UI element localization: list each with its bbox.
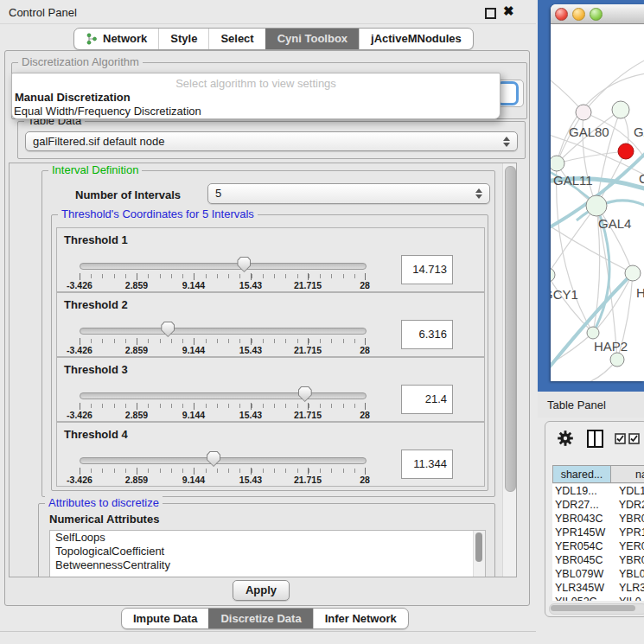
cell-name[interactable]: YDR2: [612, 498, 644, 512]
tab-select[interactable]: Select: [208, 29, 265, 49]
gear-icon[interactable]: [556, 429, 575, 448]
network-node-bottom[interactable]: [610, 353, 624, 367]
cell-name[interactable]: YLR3: [612, 581, 644, 595]
table-row[interactable]: YIL052CYIL0: [552, 595, 644, 601]
threshold-value-field[interactable]: 21.4: [401, 385, 453, 414]
cell-name[interactable]: YBR0: [612, 512, 644, 526]
slider-tick-label: 21.715: [294, 280, 322, 290]
slider-track[interactable]: [80, 392, 367, 399]
close-traffic-light-icon[interactable]: [555, 8, 568, 21]
table-row[interactable]: YBL079WYBL0: [552, 567, 644, 581]
table-panel-title: Table Panel: [547, 399, 606, 411]
cell-name[interactable]: YIL0: [612, 595, 641, 601]
table-row[interactable]: YER054CYER0: [552, 539, 644, 553]
cell-shared-name[interactable]: YPR145W: [552, 526, 612, 539]
cell-shared-name[interactable]: YBL079W: [552, 567, 612, 581]
attribute-item-topologicalcoefficient[interactable]: TopologicalCoefficient: [50, 545, 485, 558]
network-node-hap2[interactable]: [587, 327, 599, 339]
table-row[interactable]: YPR145WYPR1: [552, 526, 644, 539]
slider-tick-label: -3.426: [67, 410, 92, 420]
slider-minor-ticks: [80, 469, 366, 473]
tab-label: Style: [170, 29, 197, 49]
network-node-gal4[interactable]: [586, 195, 607, 216]
cell-shared-name[interactable]: YIL052C: [552, 595, 612, 601]
cell-shared-name[interactable]: YDR27...: [552, 498, 612, 512]
close-icon[interactable]: ✖: [503, 3, 514, 19]
cell-name[interactable]: YBL0: [612, 567, 644, 581]
table-data-combobox[interactable]: galFiltered.sif default node: [25, 131, 518, 151]
network-node-gcy1[interactable]: [551, 268, 555, 282]
slider-major-tick: [251, 403, 252, 410]
network-edge[interactable]: [551, 224, 633, 273]
network-view-window: GAL80GAGAL11CGAL4GCY1HHAP2: [551, 4, 644, 381]
tab-cyni-toolbox[interactable]: Cyni Toolbox: [265, 29, 359, 49]
column-header-shared-name[interactable]: shared...: [552, 465, 611, 483]
network-node-gal80-neighbor[interactable]: [576, 105, 591, 120]
dropdown-item-manual-discretization[interactable]: Manual Discretization: [12, 91, 500, 105]
slider-track[interactable]: [80, 457, 367, 464]
split-columns-icon[interactable]: [587, 430, 603, 448]
cell-name[interactable]: YER0: [612, 539, 644, 553]
float-window-icon[interactable]: [485, 8, 496, 19]
cell-name[interactable]: YPR1: [612, 526, 644, 539]
attribute-item-betweennesscentrality[interactable]: BetweennessCentrality: [50, 558, 485, 572]
dropdown-item-equal-width-frequency[interactable]: Equal Width/Frequency Discretization: [12, 105, 500, 118]
vertical-scrollbar-thumb[interactable]: [505, 166, 516, 492]
slider-thumb[interactable]: [207, 451, 220, 467]
tab-label: Cyni Toolbox: [277, 29, 348, 49]
tab-jactivemnodules[interactable]: jActiveMNodules: [359, 29, 473, 49]
network-node-top-right[interactable]: [612, 101, 629, 118]
tab-style[interactable]: Style: [158, 29, 208, 49]
slider-thumb[interactable]: [161, 322, 175, 337]
algorithm-dropdown-popup: Select algorithm to view settings Manual…: [11, 73, 501, 119]
apply-button[interactable]: Apply: [233, 580, 290, 601]
network-edge[interactable]: [557, 163, 593, 333]
tab-impute-data[interactable]: Impute Data: [122, 609, 208, 628]
minimize-traffic-light-icon[interactable]: [572, 8, 585, 21]
cell-name[interactable]: YDL1: [612, 484, 644, 498]
thresholds-group: Threshold's Coordinates for 5 Intervals …: [51, 214, 488, 491]
network-node-gal11[interactable]: [551, 156, 564, 171]
slider-minor-ticks: [80, 404, 366, 408]
cell-shared-name[interactable]: YBR043C: [552, 512, 612, 526]
tab-discretize-data[interactable]: Discretize Data: [208, 609, 312, 628]
tab-network[interactable]: Network: [74, 29, 158, 49]
cell-shared-name[interactable]: YLR345W: [552, 581, 612, 595]
tab-infer-network[interactable]: Infer Network: [313, 609, 408, 628]
attribute-item-selfloops[interactable]: SelfLoops: [50, 531, 485, 545]
attributes-scrollbar-thumb[interactable]: [475, 532, 482, 562]
horizontal-scrollbar-thumb[interactable]: [551, 605, 635, 611]
cell-shared-name[interactable]: YER054C: [552, 539, 612, 553]
table-row[interactable]: YBR045CYBR0: [552, 553, 644, 567]
cell-name[interactable]: YBR0: [612, 553, 644, 567]
threshold-value-field[interactable]: 11.344: [401, 450, 453, 479]
table-row[interactable]: YDL19...YDL1: [552, 484, 644, 498]
tab-label: Infer Network: [325, 609, 397, 629]
attributes-group: Attributes to discretize Numerical Attri…: [38, 503, 495, 577]
slider-track[interactable]: [80, 263, 367, 270]
number-of-intervals-combobox[interactable]: 5: [207, 183, 490, 204]
zoom-traffic-light-icon[interactable]: [590, 8, 603, 21]
network-node-selected-red[interactable]: [618, 143, 634, 159]
threshold-value-field[interactable]: 6.316: [401, 320, 453, 349]
network-node-right-mid[interactable]: [625, 265, 641, 281]
slider-thumb[interactable]: [298, 386, 312, 402]
vertical-scrollbar[interactable]: [502, 163, 516, 577]
attributes-scrollbar[interactable]: [473, 531, 485, 577]
table-row[interactable]: YDR27...YDR2: [552, 498, 644, 512]
network-window-titlebar[interactable]: [551, 4, 644, 24]
table-row[interactable]: YLR345WYLR3: [552, 581, 644, 595]
cell-shared-name[interactable]: YBR045C: [552, 553, 612, 567]
table-row[interactable]: YBR043CYBR0: [552, 512, 644, 526]
horizontal-scrollbar[interactable]: [549, 603, 644, 615]
network-icon: [86, 33, 98, 45]
column-header-name[interactable]: na: [611, 465, 644, 483]
slider-track[interactable]: [80, 328, 367, 335]
table-data-group: Table Data galFiltered.sif default node: [17, 121, 526, 159]
checkbox-icon-2[interactable]: [628, 433, 640, 444]
slider-thumb[interactable]: [237, 257, 251, 272]
cell-shared-name[interactable]: YDL19...: [552, 484, 612, 498]
checkbox-icon-1[interactable]: [615, 433, 626, 444]
network-canvas[interactable]: GAL80GAGAL11CGAL4GCY1HHAP2: [551, 23, 644, 381]
threshold-value-field[interactable]: 14.713: [401, 255, 453, 284]
